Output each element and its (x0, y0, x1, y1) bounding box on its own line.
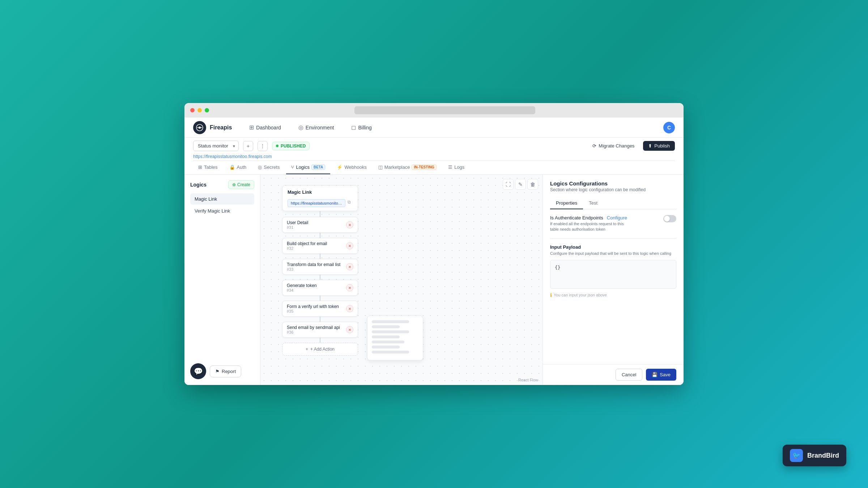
browser-close-dot[interactable] (190, 108, 195, 112)
node-url-display: https://fireapisstatusmonitoo.fireapis.c… (288, 199, 345, 207)
nav-item-environment[interactable]: ◎ Environment (295, 123, 337, 132)
flow-node-generate-token[interactable]: Generate token #34 ✕ (282, 280, 358, 296)
nav-dashboard-label: Dashboard (256, 125, 281, 130)
publish-button[interactable]: ⬆ Publish (643, 141, 675, 151)
json-input-field[interactable]: {} (550, 260, 676, 289)
configure-link[interactable]: Configure (607, 215, 627, 221)
nav-item-dashboard[interactable]: ⊞ Dashboard (246, 123, 284, 132)
flow-canvas[interactable]: ⛶ ✎ 🗑 Magic Link (260, 175, 542, 385)
edit-icon: ✎ (518, 181, 523, 187)
chat-icon: 💬 (194, 367, 203, 376)
node-name-33: Transform data for email list (287, 262, 340, 267)
delete-flow-button[interactable]: 🗑 (527, 179, 538, 190)
header-node-name: Magic Link (288, 189, 312, 195)
published-status-badge: PUBLISHED (272, 142, 310, 150)
sidebar: Logics ⊕ Create Magic Link Verify Magic … (184, 175, 260, 385)
cancel-button[interactable]: Cancel (616, 369, 642, 381)
flow-node-transform[interactable]: Transform data for email list #33 ✕ (282, 259, 358, 275)
sub-header: Status monitor ▼ + ⋮ PUBLISHED ⟳ Migrate… (184, 138, 684, 175)
save-button[interactable]: 💾 Save (646, 369, 676, 381)
migrate-changes-button[interactable]: ⟳ Migrate Changes (590, 142, 637, 150)
migrate-icon: ⟳ (592, 143, 596, 149)
delete-node-32-button[interactable]: ✕ (346, 242, 353, 249)
panel-footer: Cancel 💾 Save (543, 364, 684, 385)
report-icon: ⚑ (215, 369, 220, 374)
node-name-36: Send email by sendmail api (287, 325, 340, 330)
mini-card-line-6 (372, 346, 400, 348)
tab-secrets[interactable]: ◎ Secrets (253, 161, 285, 174)
hint-icon: ℹ (550, 292, 552, 298)
tab-webhooks[interactable]: ⚡ Webhooks (332, 161, 371, 174)
chat-button[interactable]: 💬 (190, 363, 206, 379)
delete-node-35-button[interactable]: ✕ (346, 305, 353, 312)
logics-icon: ⑂ (291, 164, 294, 170)
edit-flow-button[interactable]: ✎ (515, 179, 526, 190)
is-authenticate-row: Is Authenticate Endpoints Configure If e… (550, 215, 676, 232)
tab-marketplace[interactable]: ◫ Marketplace IN-TESTING (373, 161, 442, 174)
toggle-thumb (664, 216, 670, 222)
delete-node-31-button[interactable]: ✕ (346, 221, 353, 228)
copy-url-icon[interactable]: ⧉ (348, 200, 351, 205)
connector-0 (320, 211, 320, 217)
logics-beta-badge: BETA (311, 164, 325, 170)
connector-6 (320, 338, 320, 343)
node-name-32: Build object for email (287, 241, 327, 246)
browser-url-bar[interactable] (354, 106, 535, 114)
flow-node-build-object[interactable]: Build object for email #32 ✕ (282, 238, 358, 254)
node-name-31: User Detail (287, 220, 308, 225)
project-select-input[interactable]: Status monitor (193, 141, 239, 151)
project-url-text[interactable]: https://fireapisstatusmonitoo.fireapis.c… (193, 154, 675, 159)
nav-item-billing[interactable]: ◻ Billing (348, 123, 374, 132)
create-logic-button[interactable]: ⊕ Create (228, 180, 254, 189)
authenticate-toggle[interactable] (663, 215, 676, 222)
delete-node-33-button[interactable]: ✕ (346, 263, 353, 270)
add-project-button[interactable]: + (243, 141, 253, 151)
tab-auth[interactable]: 🔒 Auth (224, 161, 252, 174)
mini-card-line-2 (372, 325, 400, 328)
react-flow-label: React Flow (518, 378, 538, 382)
main-tabs: ⊞ Tables 🔒 Auth ◎ Secrets ⑂ Logics BETA (193, 160, 675, 174)
delete-node-34-button[interactable]: ✕ (346, 284, 353, 291)
node-id-33: #33 (287, 267, 340, 271)
mini-card-line-7 (372, 351, 409, 354)
delete-node-36-button[interactable]: ✕ (346, 326, 353, 333)
report-button[interactable]: ⚑ Report (210, 365, 241, 377)
flow-header-node[interactable]: Magic Link https://fireapisstatusmonitoo… (282, 185, 358, 211)
logo-area: Fireapis (193, 121, 232, 134)
brandbird-bird-icon: 🐦 (792, 451, 800, 459)
logo-icon (193, 121, 206, 134)
project-selector[interactable]: Status monitor ▼ (193, 141, 239, 151)
user-avatar[interactable]: C (663, 122, 675, 133)
browser-minimize-dot[interactable] (197, 108, 202, 112)
sidebar-item-verify-magic-link[interactable]: Verify Magic Link (190, 205, 254, 217)
node-id-36: #36 (287, 330, 340, 334)
brandbird-label: BrandBird (807, 452, 839, 459)
input-payload-subtitle: Configure the input payload that will be… (550, 251, 676, 256)
panel-subtitle: Section where logic configuration can be… (550, 187, 676, 192)
panel-body: Is Authenticate Endpoints Configure If e… (543, 209, 684, 364)
flow-node-user-detail[interactable]: User Detail #31 ✕ (282, 217, 358, 233)
add-action-button[interactable]: + + Add Action (282, 343, 358, 356)
fit-view-button[interactable]: ⛶ (503, 179, 514, 190)
marketplace-in-testing-badge: IN-TESTING (412, 164, 437, 170)
sidebar-item-magic-link[interactable]: Magic Link (190, 193, 254, 205)
brandbird-icon: 🐦 (790, 449, 803, 462)
browser-maximize-dot[interactable] (205, 108, 209, 112)
panel-title: Logics Configurations (550, 180, 676, 187)
panel-tab-properties[interactable]: Properties (550, 197, 583, 209)
tab-logics[interactable]: ⑂ Logics BETA (286, 161, 330, 174)
divider-1 (550, 238, 676, 239)
logic-list: Magic Link Verify Magic Link (190, 193, 254, 217)
flow-node-send-email[interactable]: Send email by sendmail api #36 ✕ (282, 322, 358, 338)
app-content: Fireapis ⊞ Dashboard ◎ Environment ◻ Bil… (184, 117, 684, 385)
dashboard-icon: ⊞ (249, 124, 254, 131)
flow-node-form-verify[interactable]: Form a verify url with token #35 ✕ (282, 301, 358, 317)
tab-logs[interactable]: ☰ Logs (443, 161, 469, 174)
brandbird-badge: 🐦 BrandBird (783, 445, 846, 466)
tab-tables[interactable]: ⊞ Tables (193, 161, 223, 174)
input-payload-section: Input Payload Configure the input payloa… (550, 244, 676, 298)
panel-tab-test[interactable]: Test (583, 197, 603, 209)
save-icon: 💾 (652, 372, 658, 377)
more-options-button[interactable]: ⋮ (258, 141, 268, 151)
webhooks-icon: ⚡ (337, 164, 342, 170)
